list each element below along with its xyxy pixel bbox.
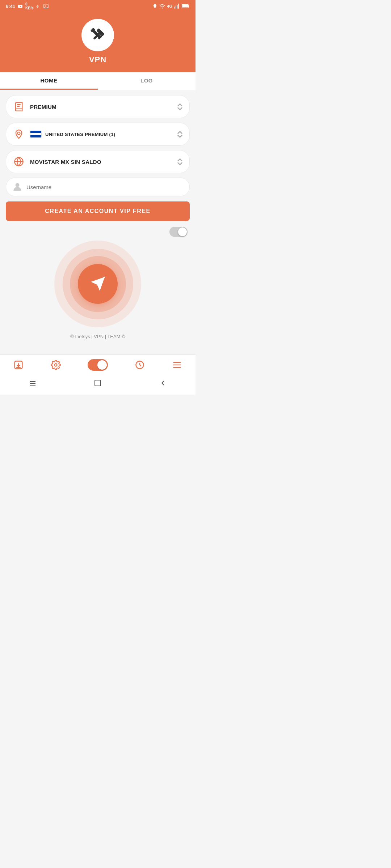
send-icon xyxy=(89,276,106,292)
hammer-wrench-icon xyxy=(87,25,108,46)
copyright-text: © Inetsys | VPN | TEAM © xyxy=(6,334,190,339)
nav-menu[interactable] xyxy=(172,360,182,370)
chevron-updown-icon-2 xyxy=(177,131,183,138)
vpn-circle-container xyxy=(6,241,190,327)
status-time: 6:41 xyxy=(6,4,15,9)
app-title: VPN xyxy=(89,55,106,64)
svg-rect-9 xyxy=(177,5,177,9)
svg-marker-26 xyxy=(91,277,105,291)
settings-icon xyxy=(51,360,61,370)
svg-rect-10 xyxy=(178,4,179,8)
signal-icon xyxy=(174,3,180,9)
download-icon xyxy=(13,360,24,370)
location-icon xyxy=(13,128,25,140)
recents-icon xyxy=(28,379,37,387)
toggle-row xyxy=(6,227,190,237)
chevron-updown-icon xyxy=(177,103,183,111)
flag-icon xyxy=(30,131,42,138)
home-icon xyxy=(93,379,102,387)
globe-icon xyxy=(13,156,25,168)
back-icon xyxy=(159,379,167,387)
svg-point-24 xyxy=(16,183,20,187)
e-icon: e xyxy=(36,4,41,9)
main-content: PREMIUM UNITED STATES PREMIUM (1) xyxy=(0,90,196,352)
nav-settings[interactable] xyxy=(51,360,61,370)
svg-point-30 xyxy=(54,364,57,366)
premium-option[interactable]: PREMIUM xyxy=(6,95,190,118)
status-right: 4G xyxy=(152,3,190,9)
create-account-button[interactable]: CREATE AN ACCOUNT VIP FREE xyxy=(6,201,190,221)
app-logo xyxy=(81,19,114,51)
menu-icon xyxy=(172,360,182,370)
movistar-label: MOVISTAR MX SIN SALDO xyxy=(30,159,177,165)
svg-point-6 xyxy=(162,8,163,9)
svg-rect-8 xyxy=(176,6,176,9)
tab-log[interactable]: LOG xyxy=(98,72,196,90)
chevron-updown-icon-3 xyxy=(177,158,183,166)
vpn-outer-ring-3 xyxy=(54,241,141,327)
nav-toggle-knob xyxy=(97,360,107,370)
clock-icon xyxy=(135,360,145,370)
tab-bar: HOME LOG xyxy=(0,72,196,90)
book-icon xyxy=(13,101,25,113)
premium-label: PREMIUM xyxy=(30,104,177,110)
vpn-outer-ring-1 xyxy=(70,256,126,312)
app-header: VPN xyxy=(0,12,196,72)
us-premium-label: UNITED STATES PREMIUM (1) xyxy=(45,132,177,137)
svg-rect-7 xyxy=(175,7,175,8)
location-status-icon xyxy=(152,4,157,9)
svg-text:e: e xyxy=(37,4,39,8)
username-input-row xyxy=(6,178,190,196)
kb-indicator: 0KB/s xyxy=(25,2,34,10)
bottom-nav xyxy=(0,354,196,374)
toggle-knob xyxy=(178,227,187,236)
status-bar: 6:41 0KB/s e 4G xyxy=(0,0,196,12)
svg-rect-12 xyxy=(188,5,189,7)
nav-back-button[interactable] xyxy=(159,379,167,389)
vpn-toggle[interactable] xyxy=(169,227,188,237)
nav-download[interactable] xyxy=(13,360,24,370)
connect-vpn-button[interactable] xyxy=(78,264,118,304)
nav-recents-button[interactable] xyxy=(28,379,37,389)
wifi-icon xyxy=(159,3,165,9)
battery-icon xyxy=(182,4,190,8)
vpn-outer-ring-2 xyxy=(63,249,133,319)
android-nav-bar xyxy=(0,374,196,395)
4g-icon: 4G xyxy=(167,4,172,8)
status-left: 6:41 0KB/s e xyxy=(6,2,49,10)
nav-toggle[interactable] xyxy=(88,359,108,371)
svg-point-21 xyxy=(18,132,20,135)
user-icon xyxy=(13,182,22,192)
youtube-icon xyxy=(17,3,23,9)
nav-clock[interactable] xyxy=(135,360,145,370)
nav-toggle-pill[interactable] xyxy=(88,359,108,371)
username-input[interactable] xyxy=(26,184,183,190)
svg-rect-13 xyxy=(182,5,188,7)
svg-point-4 xyxy=(45,5,45,6)
image-icon xyxy=(43,3,49,9)
movistar-option[interactable]: MOVISTAR MX SIN SALDO xyxy=(6,150,190,173)
svg-rect-38 xyxy=(95,380,101,386)
us-premium-option[interactable]: UNITED STATES PREMIUM (1) xyxy=(6,123,190,146)
nav-home-button[interactable] xyxy=(93,379,102,389)
tab-home[interactable]: HOME xyxy=(0,72,98,90)
